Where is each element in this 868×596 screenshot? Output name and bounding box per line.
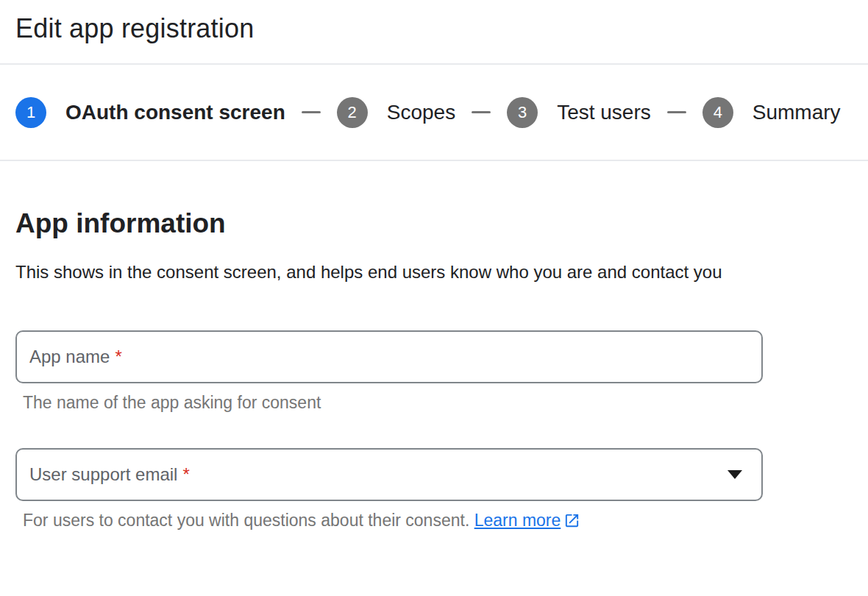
- step-3-label: Test users: [557, 101, 651, 124]
- step-2-label: Scopes: [387, 101, 455, 124]
- step-separator: [302, 111, 321, 113]
- section-heading: App information: [15, 208, 852, 239]
- app-name-field-group: App name* The name of the app asking for…: [15, 330, 852, 413]
- step-2-badge-icon: 2: [337, 97, 368, 128]
- section-description: This shows in the consent screen, and he…: [15, 257, 744, 288]
- step-separator: [472, 111, 491, 113]
- external-link-icon[interactable]: [563, 512, 580, 529]
- step-4-badge-icon: 4: [702, 97, 733, 128]
- app-name-input[interactable]: App name*: [15, 330, 763, 383]
- step-3-badge-icon: 3: [507, 97, 538, 128]
- learn-more-link[interactable]: Learn more: [474, 511, 561, 530]
- app-name-label: App name*: [29, 347, 122, 367]
- user-support-email-helper-text: For users to contact you with questions …: [23, 511, 852, 531]
- step-1-label: OAuth consent screen: [65, 101, 285, 124]
- stepper-step-summary[interactable]: 4 Summary: [702, 97, 841, 128]
- user-support-email-field-group: User support email* For users to contact…: [15, 448, 852, 531]
- user-support-email-label-text: User support email: [29, 464, 177, 484]
- user-support-email-select[interactable]: User support email*: [15, 448, 763, 501]
- step-separator: [667, 111, 686, 113]
- required-asterisk: *: [182, 464, 189, 484]
- step-4-label: Summary: [753, 101, 841, 124]
- form-content: App information This shows in the consen…: [0, 208, 868, 531]
- app-name-label-text: App name: [29, 347, 110, 366]
- dropdown-arrow-icon[interactable]: [728, 470, 742, 479]
- page-title: Edit app registration: [15, 13, 852, 44]
- user-support-email-label: User support email*: [29, 464, 190, 485]
- app-name-helper-text: The name of the app asking for consent: [23, 393, 852, 413]
- user-support-email-helper-sentence: For users to contact you with questions …: [23, 511, 469, 530]
- wizard-stepper: 1 OAuth consent screen 2 Scopes 3 Test u…: [0, 65, 868, 161]
- stepper-step-test-users[interactable]: 3 Test users: [507, 97, 651, 128]
- page-header: Edit app registration: [0, 0, 868, 65]
- required-asterisk: *: [115, 347, 121, 366]
- stepper-step-oauth-consent-screen[interactable]: 1 OAuth consent screen: [15, 97, 285, 128]
- stepper-step-scopes[interactable]: 2 Scopes: [337, 97, 455, 128]
- step-1-badge-icon: 1: [15, 97, 46, 128]
